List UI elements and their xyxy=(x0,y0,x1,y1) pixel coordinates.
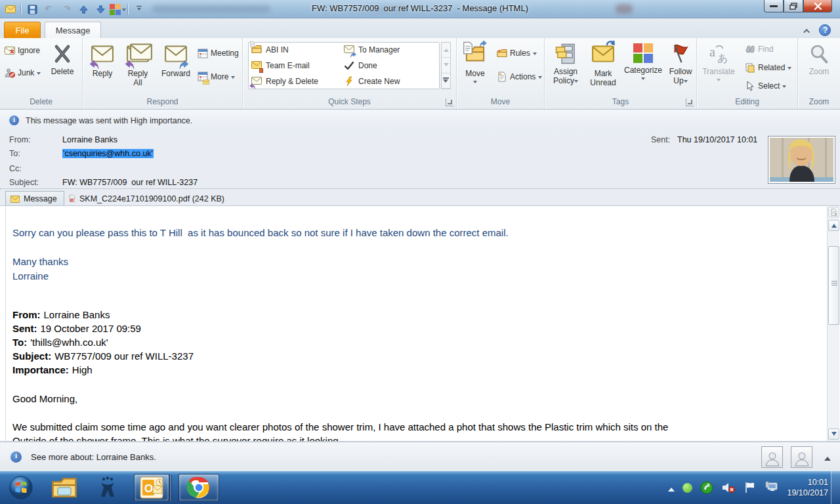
quick-step-abi-in[interactable]: ABI IN xyxy=(251,42,344,58)
titlebar: FW: WB7757/009 our ref WILL-3237 - Messa… xyxy=(0,0,840,18)
from-label: From: xyxy=(9,135,31,144)
people-info-icon xyxy=(10,452,22,463)
body-paragraph-line-2: Outside of the shower frame. This is wha… xyxy=(12,434,814,441)
attachment-bar: Message PDF SKM_C224e17101909100.pdf (24… xyxy=(0,188,840,205)
message-view-tab[interactable]: Message xyxy=(5,191,64,206)
reply-icon xyxy=(91,43,114,69)
meeting-button[interactable]: Meeting xyxy=(196,46,241,60)
zoom-button[interactable]: Zoom xyxy=(801,38,837,96)
body-scrollbar[interactable] xyxy=(827,207,839,441)
more-respond-button[interactable]: More xyxy=(196,70,241,84)
jira-icon xyxy=(96,476,119,499)
ignore-button[interactable]: Ignore xyxy=(3,43,43,58)
antivirus-tray-icon[interactable] xyxy=(700,481,713,494)
avatar-placeholder[interactable] xyxy=(791,446,812,468)
move-button[interactable]: Move xyxy=(459,38,491,96)
mark-unread-button[interactable]: Mark Unread xyxy=(585,38,621,96)
tags-dialog-launcher[interactable] xyxy=(686,98,694,106)
tab-message[interactable]: Message xyxy=(45,22,101,38)
body-paragraph-line-1: We submitted claim some time ago and you… xyxy=(12,420,814,434)
ribbon-group-respond: Reply Reply All Forward Meeting More xyxy=(83,38,243,109)
expand-people-pane-icon[interactable] xyxy=(824,453,831,461)
show-hidden-icons-button[interactable] xyxy=(668,484,675,492)
attachment-item[interactable]: PDF SKM_C224e17101909100.pdf (242 KB) xyxy=(63,191,230,206)
reply-all-button[interactable]: Reply All xyxy=(121,38,155,96)
to-value-selected[interactable]: 'csenquiries@whh.co.uk' xyxy=(62,149,154,158)
clock-time: 10:01 xyxy=(787,477,828,488)
browse-pages-icon[interactable] xyxy=(828,207,839,217)
categorize-icon xyxy=(633,43,653,63)
ribbon-group-delete: Ignore Junk Delete Delete xyxy=(0,38,83,109)
taskbar-explorer-button[interactable] xyxy=(49,474,80,501)
taskbar-jira-button[interactable] xyxy=(92,474,123,501)
translate-icon: aあ xyxy=(707,43,730,64)
quick-steps-dialog-launcher[interactable] xyxy=(446,98,453,106)
gallery-scroll-up[interactable] xyxy=(442,43,450,58)
taskbar-clock[interactable]: 10:01 19/10/2017 xyxy=(787,477,828,498)
junk-button[interactable]: Junk xyxy=(3,66,43,80)
delete-button[interactable]: Delete xyxy=(45,38,80,96)
green-status-icon[interactable] xyxy=(682,483,692,493)
svg-text:PDF: PDF xyxy=(71,200,75,202)
windows-start-icon xyxy=(9,475,33,500)
outlook-icon: O xyxy=(140,476,163,499)
minimize-ribbon-icon[interactable] xyxy=(802,26,812,35)
zoom-icon xyxy=(808,43,830,64)
tab-file[interactable]: File xyxy=(4,22,41,38)
follow-up-button[interactable]: Follow Up xyxy=(665,38,696,96)
quick-step-create-new[interactable]: Create New xyxy=(344,74,436,89)
related-button[interactable]: Related xyxy=(743,60,793,75)
find-button[interactable]: Find xyxy=(743,42,793,56)
meeting-icon xyxy=(198,48,208,58)
quick-step-team-email[interactable]: Team E-mail xyxy=(251,58,344,74)
more-icon xyxy=(198,71,208,83)
message-body-text: Sorry can you please pass this to T Hill… xyxy=(5,206,814,441)
quick-step-to-manager[interactable]: To Manager xyxy=(344,42,436,58)
gallery-scroll-down[interactable] xyxy=(442,58,450,73)
quick-step-done[interactable]: Done xyxy=(344,58,436,74)
gallery-more-button[interactable] xyxy=(442,74,450,89)
select-button[interactable]: Select xyxy=(743,79,793,93)
start-button[interactable] xyxy=(5,474,37,501)
scroll-down-button[interactable] xyxy=(828,429,839,440)
done-check-icon xyxy=(344,60,354,71)
restore-button[interactable] xyxy=(784,0,803,12)
cc-label: Cc: xyxy=(9,164,22,173)
ribbon-group-zoom: Zoom Zoom xyxy=(798,38,840,109)
rules-button[interactable]: Rules xyxy=(495,46,544,60)
scroll-thumb[interactable] xyxy=(828,246,839,325)
body-signature: Lorraine xyxy=(12,269,814,284)
categorize-button[interactable]: Categorize xyxy=(622,38,664,96)
rules-icon xyxy=(497,48,507,58)
envelope-arrow-icon xyxy=(344,44,354,56)
subject-label: Subject: xyxy=(9,178,39,187)
find-icon xyxy=(745,44,755,54)
reply-button[interactable]: Reply xyxy=(87,38,118,96)
avatar-placeholder[interactable] xyxy=(761,446,783,468)
taskbar-outlook-button[interactable]: O xyxy=(134,474,169,501)
action-center-flag-icon[interactable] xyxy=(744,482,757,494)
help-icon[interactable] xyxy=(819,24,831,36)
show-desktop-button[interactable] xyxy=(831,471,840,504)
importance-text: This message was sent with High importan… xyxy=(26,116,192,125)
network-icon[interactable] xyxy=(765,481,779,494)
quoted-importance-line: Importance:High xyxy=(12,363,814,377)
volume-muted-icon[interactable] xyxy=(721,481,736,494)
close-button[interactable] xyxy=(803,0,832,12)
window-title: FW: WB7757/009 our ref WILL-3237 - Messa… xyxy=(0,3,840,13)
actions-button[interactable]: Actions xyxy=(495,70,544,84)
minimize-button[interactable] xyxy=(764,0,784,12)
select-icon xyxy=(745,81,755,91)
svg-text:あ: あ xyxy=(717,52,728,64)
quick-step-reply-delete[interactable]: Reply & Delete xyxy=(251,74,344,89)
message-body[interactable]: Sorry can you please pass this to T Hill… xyxy=(0,205,840,441)
contact-photo[interactable] xyxy=(768,136,835,184)
chrome-icon xyxy=(187,476,211,499)
from-value[interactable]: Lorraine Banks xyxy=(62,135,117,144)
forward-button[interactable]: Forward xyxy=(158,38,194,96)
translate-button[interactable]: aあ Translate xyxy=(698,38,739,96)
assign-policy-button[interactable]: Assign Policy xyxy=(547,38,584,96)
taskbar-chrome-button[interactable] xyxy=(178,474,219,501)
ribbon: Ignore Junk Delete Delete Reply Reply xyxy=(0,38,840,110)
scroll-up-button[interactable] xyxy=(828,220,839,231)
